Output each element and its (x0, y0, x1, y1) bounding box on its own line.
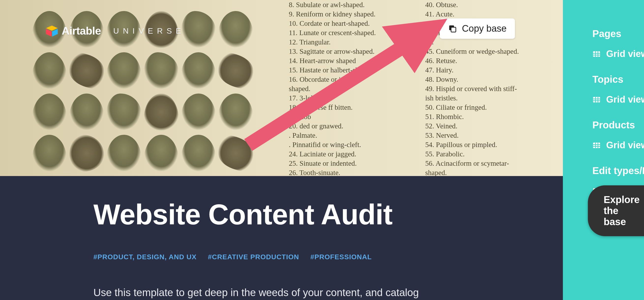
book-text-line: 46. Retuse. (425, 56, 538, 65)
explore-base-button[interactable]: Explore the base ➞ (588, 185, 644, 236)
main-area: 8. Subulate or awl-shaped.9. Reniform or… (0, 0, 563, 300)
book-text-line: 54. Papillous or pimpled. (425, 140, 538, 149)
book-text-line: 51. Rhombic. (425, 112, 538, 121)
book-text-line: 45. Cuneiform or wedge-shaped. (425, 47, 538, 56)
tag-list: #PRODUCT, DESIGN, AND UX #CREATIVE PRODU… (94, 253, 470, 261)
grid-view-label: Grid view (606, 94, 644, 105)
grid-view-label: Grid view (606, 140, 644, 150)
book-text-line: 48. Downy. (425, 75, 538, 84)
book-text-line: 40. Obtuse. (425, 0, 538, 9)
book-text-line: 53. Nerved. (425, 131, 538, 140)
leaf-illustration (181, 93, 216, 130)
sidebar-table-name[interactable]: Topics (592, 74, 644, 85)
book-text-line: 12. Triangular. (289, 37, 422, 47)
hero-image: 8. Subulate or awl-shaped.9. Reniform or… (0, 0, 563, 176)
book-text-line: 24. Laciniate or jagged. (289, 149, 422, 159)
leaf-illustration (218, 135, 253, 172)
sidebar-grid-view-link[interactable]: Grid view (592, 49, 644, 59)
book-text-line: 13. Sagittate or arrow-shaped. (289, 47, 422, 56)
book-text-line: 8. Subulate or awl-shaped. (289, 0, 422, 9)
book-text-line: 10. Cordate or heart-shaped. (289, 19, 422, 28)
book-text-line: 20. ded or gnawed. (289, 121, 422, 131)
leaf-illustration (181, 11, 216, 48)
universe-wordmark[interactable]: UNIVERSE (113, 26, 185, 36)
leaf-illustration (144, 135, 179, 172)
copy-icon (448, 24, 457, 33)
grid-view-icon (592, 95, 601, 104)
airtable-logo[interactable]: Airtable (46, 24, 101, 37)
grid-view-icon (592, 141, 601, 150)
book-text-line: . Palmate. (289, 131, 422, 140)
content-band: Website Content Audit #PRODUCT, DESIGN, … (0, 176, 563, 300)
book-text-line: 52. Veined. (425, 121, 538, 131)
book-text-line: 50. Ciliate or fringed. (425, 103, 538, 112)
brand-header: Airtable UNIVERSE (46, 24, 185, 37)
explore-base-label: Explore the base (604, 194, 640, 227)
leaf-illustration (69, 93, 104, 130)
airtable-wordmark: Airtable (62, 25, 101, 37)
tag-creative-production[interactable]: #CREATIVE PRODUCTION (208, 253, 299, 261)
book-text-line: . Pinnatifid or wing-cleft. (289, 140, 422, 149)
leaf-illustration (181, 135, 216, 172)
grid-view-label: Grid view (606, 49, 644, 59)
book-text-line: 56. Acinaciform or scymetar- (425, 159, 538, 168)
leaf-illustration (32, 135, 67, 172)
sidebar-grid-view-link[interactable]: Grid view (592, 140, 644, 150)
copy-base-label: Copy base (462, 23, 506, 34)
book-text-line: 19. Lob (289, 112, 422, 121)
page-title: Website Content Audit (94, 198, 470, 231)
leaf-illustration (106, 93, 141, 130)
leaf-illustration (106, 135, 141, 172)
base-sidebar: Pages Grid viewTopics Grid viewProducts … (563, 0, 644, 300)
sidebar-table-name[interactable]: Products (592, 120, 644, 131)
leaf-illustration (218, 52, 253, 89)
book-text-line: 41. Acute. (425, 9, 538, 19)
book-text-line: 25. Sinuate or indented. (289, 159, 422, 168)
book-text-line: 55. Parabolic. (425, 149, 538, 159)
leaf-illustration (218, 93, 253, 130)
tag-product-design-ux[interactable]: #PRODUCT, DESIGN, AND UX (94, 253, 197, 261)
leaf-illustration (32, 93, 67, 130)
tag-professional[interactable]: #PROFESSIONAL (310, 253, 372, 261)
leaf-illustration (218, 11, 253, 48)
book-text-line: 15. Hastate or halbert-sh (289, 65, 422, 75)
book-text-line: 11. Lunate or crescent-shaped. (289, 28, 422, 37)
sidebar-group: Products Grid view (592, 120, 644, 150)
leaf-illustration (144, 93, 179, 130)
book-text-line: 16. Obcordate or invers (289, 75, 422, 84)
book-text-line: 14. Heart-arrow shaped (289, 56, 422, 65)
sidebar-table-name[interactable]: Edit types/Heuristi... (592, 165, 644, 176)
book-text-line: ish bristles. (425, 93, 538, 103)
copy-base-button[interactable]: Copy base (440, 18, 515, 39)
book-text-line: shaped. (289, 84, 422, 93)
leaf-illustration (106, 52, 141, 89)
book-text-line: 47. Hairy. (425, 65, 538, 75)
sidebar-group: Topics Grid view (592, 74, 644, 105)
book-text-line: 9. Reniform or kidney shaped. (289, 9, 422, 19)
svg-rect-4 (451, 27, 456, 32)
book-text-line: 26. Tooth-sinuate. (289, 168, 422, 176)
leaf-illustration (144, 52, 179, 89)
book-text-line: 49. Hispid or covered with stiff- (425, 84, 538, 93)
leaf-illustration (32, 52, 67, 89)
sidebar-group: Pages Grid view (592, 28, 644, 59)
sidebar-table-name[interactable]: Pages (592, 28, 644, 39)
svg-rect-17 (593, 142, 600, 148)
leaf-illustration (181, 52, 216, 89)
hero-book-text-left: 8. Subulate or awl-shaped.9. Reniform or… (289, 0, 422, 176)
leaf-illustration (69, 52, 104, 89)
book-text-line: shaped. (425, 168, 538, 176)
leaf-illustration (69, 135, 104, 172)
book-text-line: 17. 3-lobed. (289, 93, 422, 103)
template-description: Use this template to get deep in the wee… (94, 286, 470, 300)
svg-rect-7 (593, 51, 600, 57)
book-text-line: 18. Premorse ff bitten. (289, 103, 422, 112)
sidebar-grid-view-link[interactable]: Grid view (592, 94, 644, 105)
grid-view-icon (592, 50, 601, 58)
airtable-logo-icon (46, 24, 58, 37)
svg-rect-12 (593, 97, 600, 102)
